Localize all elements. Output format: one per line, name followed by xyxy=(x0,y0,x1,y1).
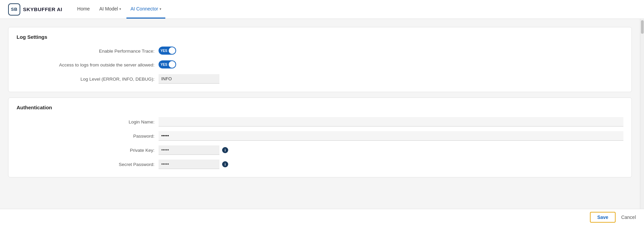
toggle-yes-label: YES xyxy=(161,49,167,53)
login-name-row: Login Name: xyxy=(17,117,623,126)
content-area: Log Settings Enable Performance Trace: Y… xyxy=(0,19,640,209)
enable-performance-trace-row: Enable Performance Trace: YES xyxy=(17,47,623,56)
nav-home[interactable]: Home xyxy=(73,0,94,19)
main-nav: Home AI Model ▾ AI Connector ▾ xyxy=(73,0,165,19)
nav-ai-connector[interactable]: AI Connector ▾ xyxy=(126,0,165,19)
chevron-down-icon: ▾ xyxy=(119,7,121,11)
logo-icon: sb xyxy=(8,3,20,16)
enable-performance-trace-toggle[interactable]: YES xyxy=(159,47,176,55)
authentication-title: Authentication xyxy=(17,105,623,110)
log-level-control xyxy=(159,74,623,84)
page-wrapper: Log Settings Enable Performance Trace: Y… xyxy=(0,19,644,209)
secret-password-control: i xyxy=(159,160,623,169)
secret-password-row: Secret Password: i xyxy=(17,160,623,169)
private-key-input[interactable] xyxy=(159,145,219,155)
enable-performance-trace-control: YES xyxy=(159,47,623,56)
authentication-section: Authentication Login Name: Password: Pri… xyxy=(8,97,632,177)
app-header: sb SKYBUFFER AI Home AI Model ▾ AI Conne… xyxy=(0,0,644,19)
private-key-input-group: i xyxy=(159,145,623,155)
chevron-down-icon: ▾ xyxy=(160,7,161,11)
scrollbar-track[interactable] xyxy=(640,19,644,209)
password-input[interactable] xyxy=(159,131,623,141)
secret-password-info-icon[interactable]: i xyxy=(222,161,228,167)
private-key-control: i xyxy=(159,145,623,155)
log-level-row: Log Level (ERROR, INFO, DEBUG): xyxy=(17,74,623,84)
enable-performance-trace-label: Enable Performance Trace: xyxy=(17,49,159,54)
secret-password-label: Secret Password: xyxy=(17,162,159,167)
access-logs-label: Access to logs from outside the server a… xyxy=(17,62,159,67)
log-settings-title: Log Settings xyxy=(17,34,623,40)
access-logs-toggle[interactable]: YES xyxy=(159,60,176,68)
toggle-knob-2 xyxy=(169,61,175,68)
secret-password-input-group: i xyxy=(159,160,623,169)
access-logs-row: Access to logs from outside the server a… xyxy=(17,60,623,69)
logo: sb SKYBUFFER AI xyxy=(8,3,62,16)
login-name-input[interactable] xyxy=(159,117,623,126)
nav-ai-model[interactable]: AI Model ▾ xyxy=(95,0,125,19)
password-label: Password: xyxy=(17,134,159,139)
password-row: Password: xyxy=(17,131,623,141)
secret-password-input[interactable] xyxy=(159,160,219,169)
login-name-label: Login Name: xyxy=(17,119,159,124)
private-key-row: Private Key: i xyxy=(17,145,623,155)
private-key-info-icon[interactable]: i xyxy=(222,147,228,153)
password-control xyxy=(159,131,623,141)
toggle-yes-label-2: YES xyxy=(161,63,167,66)
toggle-knob xyxy=(169,47,175,54)
private-key-label: Private Key: xyxy=(17,148,159,153)
login-name-control xyxy=(159,117,623,126)
log-settings-section: Log Settings Enable Performance Trace: Y… xyxy=(8,27,632,92)
log-level-input[interactable] xyxy=(159,74,219,84)
scrollbar-thumb[interactable] xyxy=(641,20,644,34)
log-level-label: Log Level (ERROR, INFO, DEBUG): xyxy=(17,77,159,82)
access-logs-control: YES xyxy=(159,60,623,69)
app-name: SKYBUFFER AI xyxy=(23,6,62,12)
